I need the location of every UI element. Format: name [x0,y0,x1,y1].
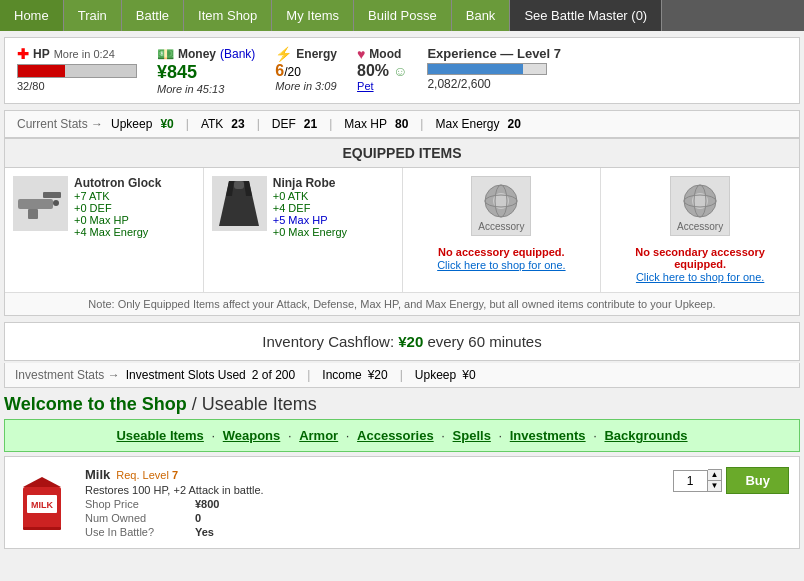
use-battle-label: Use In Battle? [85,526,185,538]
buy-button[interactable]: Buy [726,467,789,494]
money-label: Money [178,47,216,61]
inv-income-label: Income [322,368,361,382]
armor-info: Ninja Robe +0 ATK +4 DEF +5 Max HP +0 Ma… [273,176,347,284]
milk-req: Req. Level 7 [116,469,178,481]
mood-label: Mood [369,47,401,61]
exp-value: 2,082/2,600 [427,77,561,91]
hp-icon: ✚ [17,46,29,62]
cashflow-bar: Inventory Cashflow: ¥20 every 60 minutes [4,322,800,361]
buy-section: ▲ ▼ Buy [669,467,789,494]
weapon-name: Autotron Glock [74,176,161,190]
weapon-info: Autotron Glock +7 ATK +0 DEF +0 Max HP +… [74,176,161,284]
hp-bar [17,64,137,78]
energy-block: ⚡ Energy 6/20 More in 3:09 [275,46,337,92]
bank-link[interactable]: (Bank) [220,47,255,61]
nav-my-items[interactable]: My Items [272,0,354,31]
milk-details: Milk Req. Level 7 Restores 100 HP, +2 At… [85,467,659,538]
cat-accessories[interactable]: Accessories [357,428,434,443]
mood-block: ♥ Mood 80% ☺ Pet [357,46,407,92]
energy-label: Energy [296,47,337,61]
num-owned-label: Num Owned [85,512,185,524]
nav-bank[interactable]: Bank [452,0,511,31]
qty-input[interactable] [673,470,708,492]
buy-controls: ▲ ▼ Buy [673,467,789,494]
hp-block: ✚ HP More in 0:24 32/80 [17,46,137,92]
inv-slots-val: 2 of 200 [252,368,295,382]
inv-income-val: ¥20 [368,368,388,382]
milk-image: MILK [15,467,75,527]
exp-label: Experience — Level 7 [427,46,561,61]
equipped-section: EQUIPPED ITEMS Autotron Glock +7 ATK +0 … [4,138,800,316]
use-battle-val: Yes [195,526,214,538]
stats-bar: ✚ HP More in 0:24 32/80 💵 Money (Bank) ¥… [4,37,800,104]
money-icon: 💵 [157,46,174,62]
equipped-title: EQUIPPED ITEMS [5,139,799,168]
nav-battle[interactable]: Battle [122,0,184,31]
milk-icon: MILK [15,467,70,532]
milk-props: Shop Price ¥800 Num Owned 0 Use In Battl… [85,498,659,538]
svg-rect-0 [18,199,53,209]
equipped-accessory1: Accessory No accessory equipped. Click h… [403,168,602,292]
armor-image [212,176,267,231]
qty-up-button[interactable]: ▲ [708,470,722,481]
accessory2-icon [680,181,720,221]
maxhp-val: 80 [395,117,408,131]
upkeep-val: ¥0 [160,117,173,131]
shop-title-sub: / Useable Items [192,394,317,414]
money-amount: ¥845 [157,62,255,83]
shop-link-accessory1[interactable]: Click here to shop for one. [437,259,565,271]
upkeep-label: Upkeep [111,117,152,131]
cat-spells[interactable]: Spells [453,428,491,443]
num-owned-val: 0 [195,512,201,524]
shop-link-accessory2[interactable]: Click here to shop for one. [636,271,764,283]
equipped-accessory2: Accessory No secondary accessory equippe… [601,168,799,292]
maxenergy-val: 20 [508,117,521,131]
nav-battle-master[interactable]: See Battle Master (0) [510,0,662,31]
item-milk: MILK Milk Req. Level 7 Restores 100 HP, … [4,456,800,549]
shop-price-label: Shop Price [85,498,185,510]
svg-rect-2 [28,209,38,219]
milk-name: Milk [85,467,110,482]
hp-label: HP [33,47,50,61]
nav-train[interactable]: Train [64,0,122,31]
hp-value: 32/80 [17,80,137,92]
no-accessory2: No secondary accessory equipped. [609,246,791,270]
accessory1-placeholder: Accessory [471,176,531,236]
inv-slots-label: Investment Slots Used [126,368,246,382]
shop-title-main: Welcome to the Shop [4,394,187,414]
experience-block: Experience — Level 7 2,082/2,600 [427,46,561,91]
nav-build-posse[interactable]: Build Posse [354,0,452,31]
mood-icon: ♥ [357,46,365,62]
exp-bar [427,63,547,75]
cashflow-interval: every 60 minutes [427,333,541,350]
maxenergy-label: Max Energy [435,117,499,131]
milk-desc: Restores 100 HP, +2 Attack in battle. [85,484,659,496]
cat-backgrounds[interactable]: Backgrounds [604,428,687,443]
cat-useable[interactable]: Useable Items [116,428,203,443]
cat-investments[interactable]: Investments [510,428,586,443]
pet-link[interactable]: Pet [357,80,407,92]
shop-price-val: ¥800 [195,498,219,510]
inv-label: Investment Stats → [15,368,120,382]
hp-bar-fill [18,65,65,77]
cat-weapons[interactable]: Weapons [223,428,281,443]
hp-morein: More in 0:24 [54,48,115,60]
nav-item-shop[interactable]: Item Shop [184,0,272,31]
accessory2-placeholder: Accessory [670,176,730,236]
investment-stats-bar: Investment Stats → Investment Slots Used… [4,363,800,388]
exp-bar-fill [428,64,522,74]
cat-armor[interactable]: Armor [299,428,338,443]
energy-icon: ⚡ [275,46,292,62]
equipped-weapon: Autotron Glock +7 ATK +0 DEF +0 Max HP +… [5,168,204,292]
nav-home[interactable]: Home [0,0,64,31]
money-morein: More in 45:13 [157,83,255,95]
def-val: 21 [304,117,317,131]
money-block: 💵 Money (Bank) ¥845 More in 45:13 [157,46,255,95]
inv-upkeep-val: ¥0 [462,368,475,382]
qty-spinner: ▲ ▼ [708,469,723,492]
armor-name: Ninja Robe [273,176,347,190]
category-links: Useable Items · Weapons · Armor · Access… [4,419,800,452]
qty-down-button[interactable]: ▼ [708,481,722,491]
svg-point-3 [53,200,59,206]
gun-icon [13,184,68,224]
